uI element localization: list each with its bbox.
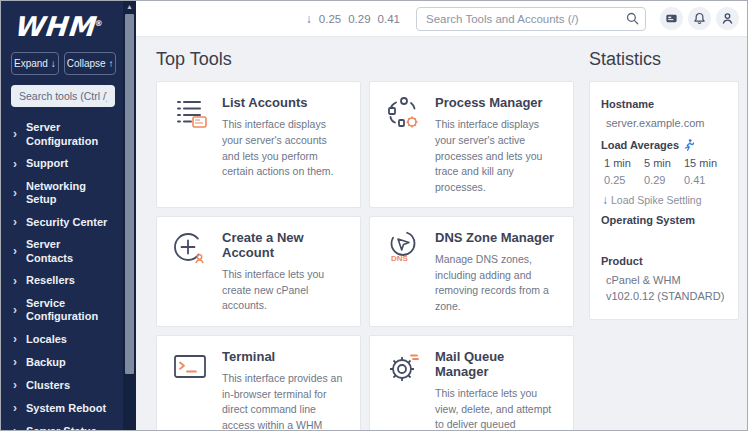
card-title: Create a New Account	[222, 230, 347, 260]
whm-logo: WHM®	[1, 1, 125, 44]
card-terminal[interactable]: Terminal This interface provides an in-b…	[156, 335, 361, 430]
load-value-5min: 0.29	[644, 174, 684, 186]
load-1min: 0.25	[319, 13, 341, 25]
hostname-value: server.example.com	[601, 116, 727, 132]
create-account-icon	[170, 228, 210, 268]
card-description: This interface lets you view, delete, an…	[435, 386, 560, 430]
sidebar-item-security-center[interactable]: ›Security Center	[1, 211, 123, 234]
card-create-new-account[interactable]: Create a New Account This interface lets…	[156, 216, 361, 327]
top-tools-section: Top Tools List Accounts	[156, 45, 574, 430]
card-title: Mail Queue Manager	[435, 349, 560, 379]
sidebar-item-clusters[interactable]: ›Clusters	[1, 374, 123, 397]
card-title: List Accounts	[222, 95, 347, 110]
card-description: This interface lets you create new cPane…	[222, 267, 347, 314]
chevron-right-icon: ›	[13, 401, 17, 416]
feature-showcase-button[interactable]	[660, 7, 683, 30]
notifications-button[interactable]	[688, 7, 711, 30]
hostname-label: Hostname	[601, 98, 727, 110]
product-value: cPanel & WHM v102.0.12 (STANDARD)	[601, 273, 727, 305]
arrow-down-icon: ↓	[602, 193, 608, 207]
chevron-right-icon: ›	[13, 186, 17, 201]
card-list-accounts[interactable]: List Accounts This interface displays yo…	[156, 81, 361, 208]
global-search	[416, 7, 646, 31]
sidebar-item-networking-setup[interactable]: ›Networking Setup	[1, 176, 123, 212]
load-spike-link[interactable]: ↓ Load Spike Settling	[602, 193, 727, 207]
user-button[interactable]	[716, 7, 739, 30]
statistics-title: Statistics	[589, 49, 739, 70]
chevron-right-icon: ›	[13, 215, 17, 230]
card-process-manager[interactable]: Process Manager This interface displays …	[369, 81, 574, 208]
global-search-input[interactable]	[416, 7, 646, 31]
top-tools-grid: List Accounts This interface displays yo…	[156, 81, 574, 430]
sidebar: WHM® Expand ↓ Collapse ↑ ›Server Configu…	[1, 1, 136, 430]
terminal-icon	[170, 347, 210, 387]
bell-icon	[693, 12, 706, 25]
chevron-right-icon: ›	[13, 424, 17, 430]
sidebar-item-server-contacts[interactable]: ›Server Contacts	[1, 234, 123, 270]
collapse-button[interactable]: Collapse ↑	[64, 52, 117, 75]
mail-queue-icon	[383, 347, 423, 387]
sidebar-item-server-configuration[interactable]: ›Server Configuration	[1, 117, 123, 153]
content-area: Top Tools List Accounts	[136, 37, 747, 430]
chevron-right-icon: ›	[13, 157, 17, 172]
scrollbar-thumb[interactable]	[125, 14, 134, 374]
expand-button[interactable]: Expand ↓	[11, 52, 59, 75]
list-accounts-icon	[170, 93, 210, 133]
card-description: This interface provides an in-browser te…	[222, 371, 347, 430]
card-description: This interface displays your server's ac…	[222, 117, 347, 180]
sidebar-scrollbar[interactable]: ▲	[123, 1, 136, 430]
statistics-section: Statistics Hostname server.example.com L…	[589, 45, 739, 430]
card-title: DNS Zone Manager	[435, 230, 560, 245]
chevron-right-icon: ›	[13, 274, 17, 289]
load-value-15min: 0.41	[684, 174, 724, 186]
operating-system-label: Operating System	[601, 214, 727, 226]
chevron-right-icon: ›	[13, 378, 17, 393]
whm-dashboard: WHM® Expand ↓ Collapse ↑ ›Server Configu…	[0, 0, 748, 431]
sidebar-item-backup[interactable]: ›Backup	[1, 351, 123, 374]
scroll-up-icon[interactable]: ▲	[123, 1, 136, 13]
sidebar-item-locales[interactable]: ›Locales	[1, 328, 123, 351]
load-averages-table: 1 min 5 min 15 min 0.25 0.29 0.41	[601, 157, 727, 186]
operating-system-value	[601, 232, 727, 248]
chevron-right-icon: ›	[13, 303, 17, 318]
search-icon	[626, 12, 639, 25]
runner-icon	[684, 139, 694, 151]
main-area: ↓ 0.25 0.29 0.41	[136, 1, 747, 430]
card-description: Manage DNS zones, including adding and r…	[435, 252, 560, 315]
card-mail-queue-manager[interactable]: Mail Queue Manager This interface lets y…	[369, 335, 574, 430]
load-15min: 0.41	[378, 13, 400, 25]
user-icon	[721, 12, 734, 25]
product-label: Product	[601, 255, 727, 267]
top-bar: ↓ 0.25 0.29 0.41	[136, 1, 747, 37]
sidebar-item-server-status[interactable]: ›Server Status	[1, 420, 123, 430]
statistics-card: Hostname server.example.com Load Average…	[589, 81, 739, 320]
chevron-right-icon: ›	[13, 332, 17, 347]
top-tools-title: Top Tools	[156, 49, 574, 70]
sidebar-item-resellers[interactable]: ›Resellers	[1, 270, 123, 293]
card-dns-zone-manager[interactable]: DNS DNS Zone Manager Manage DNS zones, i…	[369, 216, 574, 327]
sidebar-nav: ›Server Configuration ›Support ›Networki…	[1, 117, 123, 430]
card-title: Terminal	[222, 349, 347, 364]
chevron-right-icon: ›	[13, 244, 17, 259]
card-icon	[665, 12, 678, 25]
card-title: Process Manager	[435, 95, 560, 110]
process-manager-icon	[383, 93, 423, 133]
header-icon-buttons	[660, 7, 739, 30]
load-averages-label: Load Averages	[601, 139, 727, 151]
load-trend-down-icon: ↓	[306, 12, 312, 26]
dns-zone-icon: DNS	[383, 228, 423, 268]
sidebar-search-input[interactable]	[11, 85, 115, 107]
load-5min: 0.29	[348, 13, 370, 25]
card-description: This interface displays your server's ac…	[435, 117, 560, 196]
chevron-right-icon: ›	[13, 127, 17, 142]
chevron-right-icon: ›	[13, 355, 17, 370]
load-value-1min: 0.25	[604, 174, 644, 186]
sidebar-item-system-reboot[interactable]: ›System Reboot	[1, 397, 123, 420]
svg-text:DNS: DNS	[391, 254, 409, 263]
header-load-averages: ↓ 0.25 0.29 0.41	[306, 12, 400, 26]
sidebar-item-support[interactable]: ›Support	[1, 153, 123, 176]
sidebar-item-service-configuration[interactable]: ›Service Configuration	[1, 293, 123, 329]
arrow-up-icon: ↑	[108, 58, 113, 69]
arrow-down-icon: ↓	[51, 58, 56, 69]
